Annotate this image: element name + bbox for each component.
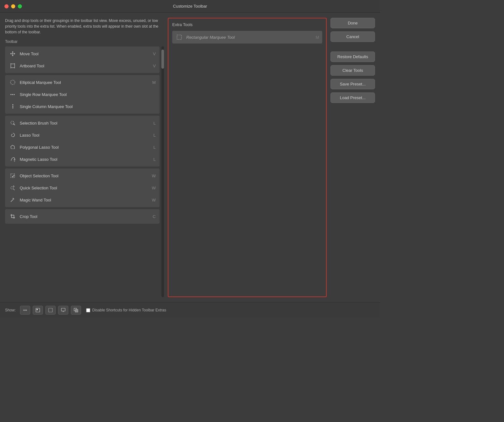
tool-item-lasso[interactable]: Lasso Tool L <box>5 129 160 141</box>
crop-icon <box>9 213 17 220</box>
tool-name-lasso: Lasso Tool <box>20 133 153 138</box>
svg-point-17 <box>11 187 13 189</box>
extra-tools-panel: Extra Tools Rectangular Marquee Tool M <box>168 18 327 297</box>
cancel-button[interactable]: Cancel <box>330 31 375 42</box>
svg-rect-0 <box>11 64 15 68</box>
toolbar-panel: Drag and drop tools or their groupings i… <box>5 18 164 297</box>
maximize-button[interactable] <box>18 4 22 8</box>
tool-name-single-row-marquee: Single Row Marquee Tool <box>20 92 156 97</box>
tool-item-single-row-marquee[interactable]: Single Row Marquee Tool <box>5 88 160 100</box>
single-col-marquee-icon <box>9 103 17 110</box>
elliptical-marquee-icon <box>9 78 17 86</box>
tool-item-move[interactable]: Move Tool V <box>5 48 160 60</box>
tool-item-elliptical-marquee[interactable]: Elliptical Marquee Tool M <box>5 76 160 88</box>
move-icon <box>9 50 17 58</box>
svg-line-23 <box>14 199 14 199</box>
tool-group-marquee: Elliptical Marquee Tool M Single Row Mar… <box>5 75 160 114</box>
toolbar-list: Move Tool V A <box>5 46 161 297</box>
tool-shortcut-quick-selection: W <box>152 186 156 190</box>
tool-item-artboard[interactable]: Artboard Tool V <box>5 60 160 72</box>
tool-name-crop: Crop Tool <box>20 214 153 219</box>
tool-shortcut-polygonal-lasso: L <box>153 145 156 150</box>
svg-line-18 <box>13 189 15 190</box>
tool-shortcut-magnetic-lasso: L <box>153 157 156 162</box>
clear-tools-button[interactable]: Clear Tools <box>330 65 375 76</box>
tool-group-crop: Crop Tool C <box>5 209 160 224</box>
svg-line-21 <box>11 199 13 202</box>
svg-line-20 <box>13 187 15 187</box>
tool-item-magic-wand[interactable]: Magic Wand Tool W <box>5 194 160 206</box>
traffic-lights <box>4 4 22 8</box>
scrollbar-thumb <box>161 50 164 69</box>
tool-name-elliptical-marquee: Elliptical Marquee Tool <box>20 80 152 85</box>
tool-shortcut-magic-wand: W <box>152 198 156 202</box>
svg-rect-42 <box>76 310 78 312</box>
extra-tool-name-rect-marquee: Rectangular Marquee Tool <box>186 35 316 40</box>
show-display-button[interactable] <box>58 306 68 315</box>
svg-point-31 <box>24 310 24 311</box>
show-extras-button[interactable] <box>20 306 30 315</box>
tool-item-polygonal-lasso[interactable]: Polygonal Lasso Tool L <box>5 141 160 153</box>
svg-rect-36 <box>49 308 52 312</box>
disable-shortcuts-label[interactable]: Disable Shortcuts for Hidden Toolbar Ext… <box>92 308 166 312</box>
svg-rect-35 <box>37 309 38 310</box>
show-image-button[interactable] <box>33 306 43 315</box>
tool-item-quick-selection[interactable]: Quick Selection Tool W <box>5 182 160 194</box>
toolbar-scroll-area: Move Tool V A <box>5 46 164 297</box>
tool-group-move: Move Tool V A <box>5 46 160 73</box>
tool-shortcut-crop: C <box>153 214 156 219</box>
show-transform-button[interactable] <box>71 306 81 315</box>
tool-item-single-col-marquee[interactable]: Single Column Marquee Tool <box>5 100 160 112</box>
tool-name-artboard: Artboard Tool <box>20 64 153 68</box>
disable-shortcuts-wrapper: Disable Shortcuts for Hidden Toolbar Ext… <box>86 308 166 312</box>
tool-item-magnetic-lasso[interactable]: Magnetic Lasso Tool L <box>5 153 160 165</box>
rect-marquee-icon <box>175 33 183 41</box>
show-selection-button[interactable] <box>45 306 56 315</box>
svg-line-15 <box>14 161 15 161</box>
restore-defaults-button[interactable]: Restore Defaults <box>330 51 375 62</box>
magnetic-lasso-icon <box>9 155 17 163</box>
object-selection-icon <box>9 172 17 180</box>
load-preset-button[interactable]: Load Preset... <box>330 92 375 103</box>
svg-point-25 <box>13 199 14 199</box>
polygonal-lasso-icon <box>9 143 17 151</box>
quick-selection-icon <box>9 184 17 192</box>
lasso-icon <box>9 131 17 139</box>
tool-item-crop[interactable]: Crop Tool C <box>5 210 160 222</box>
done-button[interactable]: Done <box>330 18 375 28</box>
tool-shortcut-object-selection: W <box>152 174 156 178</box>
tool-name-move: Move Tool <box>20 51 153 56</box>
tool-name-selection-brush: Selection Brush Tool <box>20 121 153 126</box>
toolbar-section-label: Toolbar <box>5 39 164 44</box>
minimize-button[interactable] <box>11 4 15 8</box>
single-row-marquee-icon <box>9 91 17 98</box>
description-text: Drag and drop tools or their groupings i… <box>5 18 164 35</box>
extra-tool-rect-marquee[interactable]: Rectangular Marquee Tool M <box>172 31 322 44</box>
close-button[interactable] <box>4 4 9 8</box>
selection-brush-icon <box>9 119 17 127</box>
artboard-icon <box>9 62 17 70</box>
tool-shortcut-lasso: L <box>153 133 156 138</box>
svg-rect-37 <box>61 308 65 311</box>
tool-group-object-sel: Object Selection Tool W Quick <box>5 168 160 207</box>
window-title: Customize Toolbar <box>173 4 207 9</box>
tool-shortcut-selection-brush: L <box>153 121 156 126</box>
show-label: Show: <box>5 308 16 312</box>
tool-name-magnetic-lasso: Magnetic Lasso Tool <box>20 157 153 162</box>
extra-tool-shortcut-rect-marquee: M <box>316 35 319 40</box>
tool-name-quick-selection: Quick Selection Tool <box>20 186 152 190</box>
svg-point-33 <box>26 310 27 311</box>
svg-point-12 <box>13 124 14 125</box>
tool-item-selection-brush[interactable]: Selection Brush Tool L <box>5 117 160 129</box>
tool-name-single-col-marquee: Single Column Marquee Tool <box>20 104 156 109</box>
extra-tools-label: Extra Tools <box>172 22 322 27</box>
tool-name-magic-wand: Magic Wand Tool <box>20 198 152 202</box>
tool-group-selection: Selection Brush Tool L Lasso Tool L <box>5 116 160 167</box>
svg-point-5 <box>10 80 15 85</box>
svg-line-24 <box>13 198 13 199</box>
magic-wand-icon <box>9 196 17 204</box>
toolbar-scrollbar[interactable] <box>161 46 164 297</box>
save-preset-button[interactable]: Save Preset... <box>330 79 375 89</box>
disable-shortcuts-checkbox[interactable] <box>86 308 90 312</box>
tool-item-object-selection[interactable]: Object Selection Tool W <box>5 170 160 182</box>
